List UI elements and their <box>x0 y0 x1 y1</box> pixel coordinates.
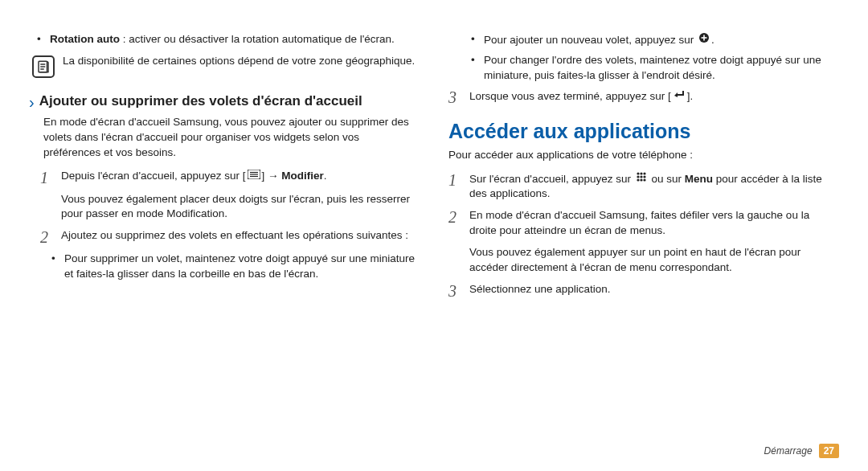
rotation-auto-label: Rotation auto <box>50 33 120 45</box>
step-number: 2 <box>448 209 461 225</box>
step-number: 3 <box>448 89 461 105</box>
step-text: En mode d'écran d'accueil Samsung, faite… <box>469 208 839 239</box>
page-content: Rotation auto : activer ou désactiver la… <box>0 0 868 305</box>
step-text: Sélectionnez une application. <box>469 282 839 297</box>
left-step-1-cont: Vous pouvez également placer deux doigts… <box>29 192 420 223</box>
rotation-auto-text: : activer ou désactiver la rotation auto… <box>120 33 395 45</box>
apps-intro: Pour accéder aux applications de votre t… <box>448 148 839 163</box>
section-heading: Accéder aux applications <box>448 120 839 143</box>
subheading-row: › Ajouter ou supprimer des volets d'écra… <box>29 92 420 110</box>
svg-point-12 <box>640 172 642 174</box>
svg-point-11 <box>637 172 639 174</box>
right-bullet-add: Pour ajouter un nouveau volet, appuyez s… <box>448 32 839 48</box>
step-number: 2 <box>40 229 53 245</box>
left-step-2: 2 Ajoutez ou supprimez des volets en eff… <box>29 228 420 245</box>
left-step-1: 1 Depuis l'écran d'accueil, appuyez sur … <box>29 169 420 186</box>
note-box: La disponibilité de certaines options dé… <box>29 54 420 78</box>
back-key-icon <box>673 88 686 104</box>
svg-point-15 <box>640 175 642 178</box>
apps-step-2-cont: Vous pouvez également appuyer sur un poi… <box>448 245 839 276</box>
step-text: Depuis l'écran d'accueil, appuyez sur []… <box>61 169 420 184</box>
apps-step-2: 2 En mode d'écran d'accueil Samsung, fai… <box>448 208 839 239</box>
svg-point-19 <box>643 178 645 181</box>
svg-point-14 <box>637 175 639 178</box>
step-text: Sur l'écran d'accueil, appuyez sur ou su… <box>469 171 839 203</box>
step-number: 1 <box>448 172 461 188</box>
note-text: La disponibilité de certaines options dé… <box>63 54 420 69</box>
step-text: Lorsque vous avez terminé, appuyez sur [… <box>469 88 839 104</box>
right-bullet-reorder: Pour changer l'ordre des volets, mainten… <box>448 53 839 84</box>
intro-paragraph: En mode d'écran d'accueil Samsung, vous … <box>29 115 420 161</box>
note-icon <box>32 55 55 78</box>
step-number: 1 <box>40 170 53 186</box>
page-number-badge: 27 <box>819 444 839 458</box>
svg-point-17 <box>637 178 639 181</box>
subheading-text: Ajouter ou supprimer des volets d'écran … <box>39 92 362 109</box>
rotation-auto-item: Rotation auto : activer ou désactiver la… <box>29 32 420 47</box>
right-column: Pour ajouter un nouveau volet, appuyez s… <box>448 32 839 305</box>
svg-point-18 <box>640 178 642 181</box>
svg-point-16 <box>643 175 645 178</box>
apps-step-3: 3 Sélectionnez une application. <box>448 282 839 299</box>
right-step-3: 3 Lorsque vous avez terminé, appuyez sur… <box>448 88 839 105</box>
step-number: 3 <box>448 283 461 299</box>
footer-section: Démarrage <box>764 445 813 457</box>
menu-key-icon <box>248 169 260 184</box>
left-column: Rotation auto : activer ou désactiver la… <box>29 32 420 305</box>
left-step2-bullet1: Pour supprimer un volet, maintenez votre… <box>29 252 420 282</box>
apps-grid-icon <box>636 171 647 187</box>
apps-step-1: 1 Sur l'écran d'accueil, appuyez sur ou … <box>448 171 839 203</box>
svg-point-13 <box>643 172 645 174</box>
page-footer: Démarrage 27 <box>764 444 839 458</box>
chevron-icon: › <box>29 94 35 110</box>
plus-circle-icon <box>698 32 710 48</box>
step-text: Ajoutez ou supprimez des volets en effec… <box>61 228 420 244</box>
